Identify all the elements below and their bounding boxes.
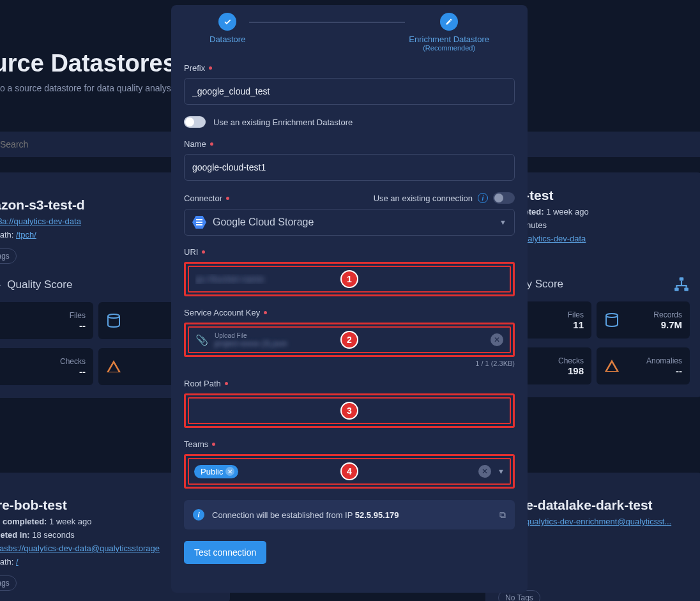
quality-dash: -: [0, 279, 1, 291]
chip-label: Public: [201, 467, 223, 476]
stat-records: Records9.7M: [597, 301, 690, 339]
annotation-badge: 1: [340, 270, 358, 288]
warning-icon: [604, 358, 620, 374]
required-icon: [225, 382, 228, 385]
chevron-down-icon: ▼: [498, 468, 505, 475]
file-meta: 1 / 1 (2.3KB): [184, 360, 515, 367]
label: Root Path:: [0, 230, 16, 240]
step-enrichment[interactable]: Enrichment Datastore (Recommended): [409, 13, 489, 52]
sak-label: Service Account Key: [184, 308, 515, 317]
root-link[interactable]: /: [16, 557, 19, 567]
connector-select[interactable]: Google Cloud Storage ▼: [184, 209, 515, 236]
ip-text-prefix: Connection will be established from IP: [212, 510, 355, 520]
svg-rect-2: [674, 287, 679, 291]
required-icon: [264, 311, 267, 314]
stat-name: Checks: [558, 356, 584, 365]
chevron-down-icon: ▼: [499, 218, 506, 226]
stat-val: --: [646, 365, 682, 376]
step-label: Enrichment Datastore: [409, 34, 489, 44]
info-icon: i: [193, 509, 204, 521]
uri-link[interactable]: wasbs://qualytics-dev-data@qualyticsstor…: [0, 544, 160, 553]
root-link[interactable]: /tpch/: [16, 230, 36, 240]
clear-file-button[interactable]: ✕: [491, 333, 503, 346]
prefix-label: Prefix: [184, 63, 515, 73]
annotation-badge: 2: [340, 331, 358, 349]
svg-point-0: [108, 314, 119, 318]
required-icon: [212, 443, 215, 446]
copy-icon[interactable]: ⧉: [499, 510, 506, 521]
svg-rect-3: [684, 287, 689, 291]
svg-point-4: [606, 314, 618, 317]
warning-icon: [106, 359, 121, 374]
uri-label: URI: [184, 247, 515, 257]
connector-label: Connector: [184, 194, 229, 203]
stat-name: Checks: [60, 357, 86, 366]
value: 1 week ago: [49, 517, 92, 526]
stat-name: Files: [70, 311, 86, 320]
annotation-badge: 3: [340, 402, 358, 420]
name-label: Name: [184, 139, 515, 149]
gcs-icon: [192, 215, 206, 229]
stat-files: Files--: [0, 302, 93, 339]
step-datastore[interactable]: Datastore: [209, 13, 245, 44]
stat-name: Records: [653, 310, 682, 319]
stat-checks: Checks--: [0, 348, 93, 385]
toggle-label: Use an existing Enrichment Datastore: [213, 118, 353, 127]
value: 1 week ago: [546, 207, 589, 217]
stat-val: --: [60, 366, 86, 377]
stat-val: 198: [558, 365, 584, 376]
page-title: Source Datastores: [0, 50, 176, 77]
step-connector: [249, 22, 405, 23]
label: Profile completed:: [0, 517, 47, 526]
required-icon: [209, 66, 212, 70]
highlight-teams: Public ✕ ✕ ▼ 4: [184, 454, 515, 489]
stat-val: 9.7M: [653, 319, 682, 330]
remove-chip-icon[interactable]: ✕: [225, 467, 234, 476]
step-label: Datastore: [209, 34, 245, 44]
annotation-badge: 4: [340, 462, 358, 480]
highlight-uri: 1: [184, 262, 515, 296]
existing-conn-label: Use an existing connection: [374, 194, 473, 203]
database-icon: [604, 312, 620, 328]
stepper: Datastore Enrichment Datastore (Recommen…: [184, 13, 515, 52]
tag-pill[interactable]: No Tags: [0, 575, 17, 591]
quality-score-label: Quality Score: [7, 278, 72, 291]
check-icon: [218, 13, 236, 31]
upload-file-label: Upload File: [215, 332, 287, 339]
connector-value: Google Cloud Storage: [213, 217, 314, 228]
label: Root Path:: [0, 557, 16, 567]
stat-val: --: [70, 320, 86, 331]
team-chip[interactable]: Public ✕: [194, 465, 238, 478]
info-icon[interactable]: i: [478, 193, 488, 203]
upload-file-name: project-xxxxx (3).json: [215, 339, 287, 348]
value: 18 seconds: [32, 530, 75, 540]
teams-label: Teams: [184, 439, 515, 449]
pencil-icon: [440, 13, 458, 31]
ip-banner: i Connection will be established from IP…: [184, 500, 515, 529]
label: Completed in:: [0, 530, 30, 540]
highlight-root: 3: [184, 393, 515, 428]
stat-val: 11: [568, 319, 584, 330]
test-connection-button[interactable]: Test connection: [184, 541, 266, 564]
sitemap-icon[interactable]: [673, 276, 690, 293]
attachment-icon: 📎: [195, 334, 208, 346]
tag-pill[interactable]: No Tags: [0, 248, 17, 264]
page-subtitle: Connect to a source datastore for data q…: [0, 83, 178, 93]
database-icon: [106, 313, 121, 328]
step-sublabel: (Recommended): [423, 44, 475, 52]
uri-link[interactable]: s3a://qualytics-dev-data: [0, 217, 81, 226]
clear-teams-button[interactable]: ✕: [478, 465, 491, 478]
highlight-sak: 📎 Upload File project-xxxxx (3).json ✕ 2: [184, 323, 515, 357]
name-input[interactable]: [184, 154, 515, 181]
required-icon: [202, 250, 205, 254]
required-icon: [226, 197, 229, 200]
stat-name: Anomalies: [646, 356, 682, 365]
toggle-existing-enrichment[interactable]: [184, 116, 206, 128]
svg-rect-1: [680, 277, 684, 280]
ip-value: 52.5.95.179: [355, 510, 399, 520]
toggle-existing-connection[interactable]: [493, 192, 515, 204]
stat-name: Files: [568, 310, 584, 319]
root-label: Root Path: [184, 379, 515, 388]
add-datastore-modal: Datastore Enrichment Datastore (Recommen…: [171, 5, 528, 593]
prefix-input[interactable]: [184, 78, 515, 105]
